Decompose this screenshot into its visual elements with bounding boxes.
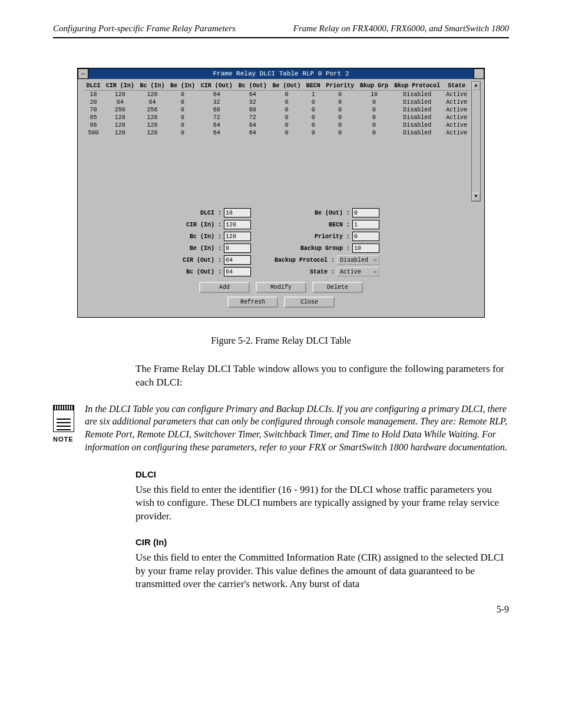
field-input[interactable] [224, 232, 251, 241]
table-cell: 0 [303, 98, 323, 106]
header-right: Frame Relay on FRX4000, FRX6000, and Sma… [293, 24, 509, 34]
field-label: Bc (Out) : [186, 269, 222, 275]
table-cell: 128 [137, 129, 168, 137]
section-text-cir: Use this field to enter the Committed In… [135, 551, 509, 592]
dropdown[interactable]: Disabled [337, 255, 379, 265]
table-cell: 0 [357, 106, 391, 114]
table-cell: 0 [167, 106, 198, 114]
field-input[interactable] [224, 220, 251, 229]
section-heading-dlci: DLCI [135, 469, 509, 480]
section-text-dlci: Use this field to enter the identifier (… [135, 483, 509, 524]
table-cell: 0 [167, 114, 198, 121]
column-header: Bkup Grp [357, 81, 391, 91]
close-button[interactable]: Close [284, 297, 335, 308]
column-header: CIR (In) [103, 81, 137, 91]
table-cell: 32 [198, 98, 236, 106]
header-rule [53, 37, 509, 38]
table-cell: 60 [198, 106, 236, 114]
table-cell: 0 [323, 106, 357, 114]
table-cell: 500 [84, 129, 103, 137]
table-cell: 1 [303, 91, 323, 99]
field-input[interactable] [352, 220, 379, 229]
table-cell: 256 [137, 106, 168, 114]
table-cell: 128 [137, 91, 168, 99]
table-cell: 0 [303, 114, 323, 121]
table-cell: 0 [270, 114, 304, 121]
table-cell: 64 [198, 129, 236, 137]
scroll-down-icon[interactable]: ▼ [472, 193, 480, 201]
table-cell: 0 [323, 98, 357, 106]
table-row[interactable]: 206464032320000DisabledActive [84, 98, 470, 106]
column-header: DLCI [84, 81, 103, 91]
table-cell: Active [444, 129, 471, 137]
table-cell: 0 [303, 121, 323, 129]
column-header: BECN [303, 81, 323, 91]
modify-button[interactable]: Modify [256, 282, 306, 293]
table-cell: Active [444, 98, 471, 106]
field-label: BECN : [329, 222, 350, 228]
table-cell: 0 [303, 129, 323, 137]
table-cell: 0 [323, 91, 357, 99]
table-cell: 0 [167, 129, 198, 137]
table-cell: 85 [84, 114, 103, 121]
vertical-scrollbar[interactable]: ▲ ▼ [471, 81, 481, 202]
field-input[interactable] [352, 243, 379, 253]
dropdown[interactable]: Active [337, 267, 379, 276]
column-header: Be (Out) [270, 81, 304, 91]
window-titlebar: — Frame Relay DLCI Table RLP 0 Port 2 [78, 68, 484, 79]
figure-caption: Figure 5-2. Frame Relay DLCI Table [53, 335, 509, 346]
table-cell: 0 [270, 106, 304, 114]
scroll-track[interactable] [472, 90, 480, 193]
table-cell: 128 [103, 121, 137, 129]
field-label: Bc (In) : [190, 233, 222, 240]
table-row[interactable]: 70256256060600000DisabledActive [84, 106, 470, 114]
column-header: State [444, 81, 471, 91]
section-heading-cir: CIR (In) [135, 536, 509, 548]
table-cell: 128 [137, 114, 168, 121]
delete-button[interactable]: Delete [312, 282, 363, 293]
table-cell: 0 [357, 114, 391, 121]
table-row[interactable]: 500128128064640000DisabledActive [84, 129, 470, 137]
scroll-up-icon[interactable]: ▲ [472, 82, 480, 90]
field-label: State : [310, 269, 335, 275]
table-cell: 0 [270, 121, 304, 129]
table-cell: 10 [357, 91, 391, 99]
field-label: Be (Out) : [315, 210, 350, 216]
table-cell: 64 [236, 129, 270, 137]
field-input[interactable] [352, 208, 379, 218]
table-cell: 256 [103, 106, 137, 114]
field-input[interactable] [224, 267, 251, 276]
page-number: 5-9 [53, 604, 509, 615]
header-left: Configuring Port-specific Frame Relay Pa… [53, 24, 236, 34]
table-row[interactable]: 181281280646401010DisabledActive [84, 91, 470, 99]
table-row[interactable]: 85128128072720000DisabledActive [84, 114, 470, 121]
table-cell: 128 [103, 114, 137, 121]
minimize-icon[interactable] [474, 68, 484, 79]
table-cell: 0 [167, 121, 198, 129]
table-cell: 128 [137, 121, 168, 129]
system-menu-icon[interactable]: — [78, 68, 88, 79]
column-header: Bc (Out) [236, 81, 270, 91]
table-cell: 32 [236, 98, 270, 106]
field-input[interactable] [224, 255, 251, 265]
field-input[interactable] [224, 208, 251, 218]
table-cell: Active [444, 91, 471, 99]
note-icon: NOTE [53, 405, 74, 443]
table-cell: 72 [198, 114, 236, 121]
dlci-table: DLCICIR (In)Bc (In)Be (In)CIR (Out)Bc (O… [84, 81, 470, 137]
table-cell: Active [444, 121, 471, 129]
table-cell: 64 [236, 91, 270, 99]
table-cell: 0 [167, 91, 198, 99]
table-cell: 64 [236, 121, 270, 129]
column-header: Priority [323, 81, 357, 91]
field-label: CIR (Out) : [183, 257, 222, 263]
table-cell: Active [444, 114, 471, 121]
table-cell: 64 [103, 98, 137, 106]
table-cell: Disabled [391, 121, 444, 129]
field-input[interactable] [352, 232, 379, 241]
add-button[interactable]: Add [199, 282, 250, 293]
table-cell: 128 [103, 129, 137, 137]
table-row[interactable]: 86128128064640000DisabledActive [84, 121, 470, 129]
field-input[interactable] [224, 243, 251, 253]
refresh-button[interactable]: Refresh [227, 297, 278, 308]
